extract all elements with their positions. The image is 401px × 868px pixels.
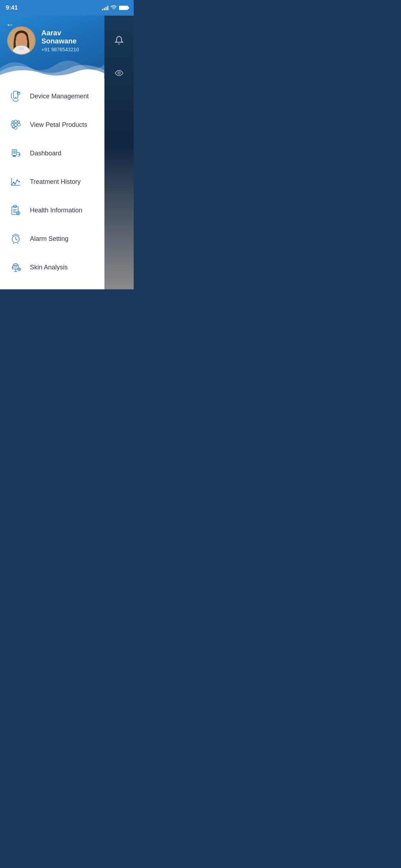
svg-rect-4 [19, 47, 24, 50]
svg-rect-28 [14, 205, 16, 207]
svg-point-43 [14, 265, 15, 267]
alarm-setting-label: Alarm Setting [30, 235, 68, 243]
svg-line-39 [18, 235, 19, 236]
svg-point-8 [14, 123, 17, 126]
svg-point-14 [17, 121, 20, 123]
avatar [7, 26, 36, 55]
health-information-icon [9, 203, 23, 217]
dashboard-label: Dashboard [30, 150, 61, 157]
treatment-history-label: Treatment History [30, 178, 81, 186]
view-petal-products-icon [9, 118, 23, 132]
svg-point-19 [13, 156, 14, 157]
dashboard-icon [9, 146, 23, 160]
treatment-history-icon [9, 175, 23, 189]
device-management-icon [9, 89, 23, 103]
notification-icon[interactable] [114, 36, 124, 47]
svg-point-44 [16, 265, 17, 267]
svg-rect-15 [12, 150, 17, 155]
svg-point-9 [14, 120, 17, 123]
profile-section: Aarav Sonawane +91 9876543210 [0, 16, 104, 76]
svg-point-3 [16, 33, 27, 45]
svg-point-13 [12, 121, 14, 123]
svg-line-37 [16, 239, 17, 240]
battery-icon [119, 6, 128, 10]
skin-analysis-icon [9, 260, 23, 274]
menu-item-device-management[interactable]: Device Management [0, 82, 104, 110]
signal-icon [102, 5, 108, 10]
eye-icon[interactable] [114, 68, 124, 80]
side-panel [104, 0, 134, 289]
status-icons [102, 5, 128, 11]
menu-item-view-petal-products[interactable]: View Petal Products [0, 110, 104, 139]
device-management-label: Device Management [30, 93, 89, 100]
menu-item-alarm-setting[interactable]: Alarm Setting [0, 224, 104, 253]
status-time: 9:41 [6, 4, 18, 11]
skin-analysis-label: Skin Analysis [30, 264, 68, 271]
alarm-setting-icon [9, 232, 23, 246]
drawer-menu-container: ← [0, 0, 104, 289]
svg-point-23 [13, 182, 14, 183]
svg-line-40 [13, 243, 14, 244]
svg-point-12 [17, 123, 20, 126]
status-bar: 9:41 [0, 0, 134, 16]
svg-point-0 [118, 72, 120, 74]
svg-point-24 [14, 183, 16, 185]
drawer-menu: Device Management View Petal Products [0, 78, 104, 289]
wifi-icon [110, 5, 117, 11]
menu-item-health-information[interactable]: Health Information [0, 196, 104, 224]
menu-item-setting[interactable]: Setting [0, 281, 104, 289]
menu-item-treatment-history[interactable]: Treatment History [0, 167, 104, 196]
view-petal-products-label: View Petal Products [30, 121, 87, 129]
menu-item-skin-analysis[interactable]: Skin Analysis [0, 253, 104, 281]
setting-icon [9, 289, 23, 289]
profile-name: Aarav Sonawane [41, 29, 97, 45]
svg-point-20 [15, 156, 16, 157]
menu-item-dashboard[interactable]: Dashboard [0, 139, 104, 167]
svg-line-38 [12, 235, 14, 236]
health-information-label: Health Information [30, 207, 82, 214]
svg-point-25 [16, 180, 18, 181]
profile-info: Aarav Sonawane +91 9876543210 [41, 29, 97, 52]
svg-line-41 [17, 243, 18, 244]
profile-phone: +91 9876543210 [41, 47, 97, 52]
svg-point-26 [19, 181, 20, 182]
